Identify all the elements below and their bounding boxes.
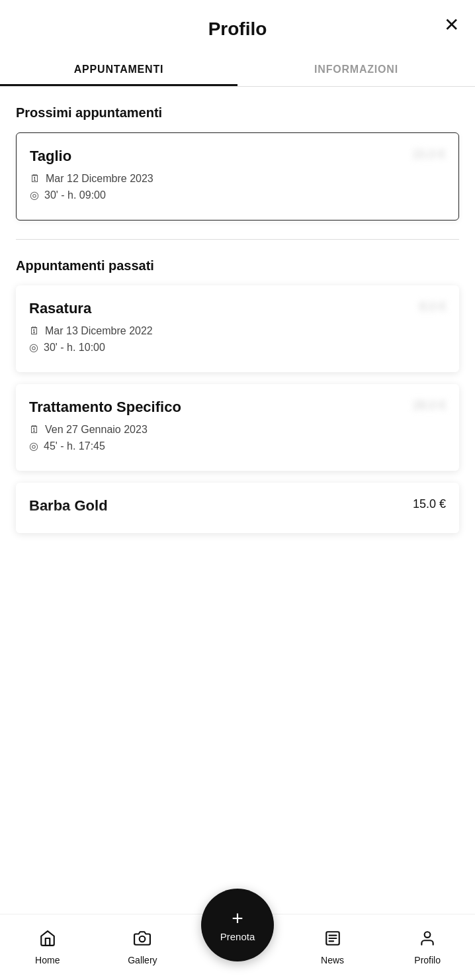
appointment-duration: 30' - h. 09:00 xyxy=(44,189,106,201)
card-header: Taglio 15.0 € xyxy=(30,148,445,165)
camera-icon xyxy=(134,930,151,952)
tab-info[interactable]: INFORMAZIONI xyxy=(238,53,475,86)
appointment-price: 15.0 € xyxy=(412,148,445,162)
page-title: Profilo xyxy=(208,19,267,40)
nav-label-home: Home xyxy=(35,955,60,965)
nav-item-gallery[interactable]: Gallery xyxy=(95,930,191,965)
nav-label-profilo: Profilo xyxy=(414,955,441,965)
upcoming-section: Prossimi appuntamenti Taglio 15.0 € 🗓 Ma… xyxy=(16,105,459,220)
past-section-title: Appuntamenti passati xyxy=(16,258,459,273)
appointment-name: Rasatura xyxy=(29,300,91,317)
person-icon xyxy=(419,930,436,952)
clock-icon: ◎ xyxy=(30,189,39,201)
calendar-icon: 🗓 xyxy=(29,325,40,337)
section-divider xyxy=(16,239,459,240)
fab-label: Prenota xyxy=(220,931,255,942)
tab-appointments[interactable]: APPUNTAMENTI xyxy=(0,53,238,86)
svg-point-0 xyxy=(140,936,146,942)
appointment-date: Mar 13 Dicembre 2022 xyxy=(45,325,153,337)
header: Profilo ✕ xyxy=(0,0,475,53)
appointment-date-row: 🗓 Mar 13 Dicembre 2022 xyxy=(29,325,446,337)
prenota-fab[interactable]: + Prenota xyxy=(201,889,274,961)
past-section: Appuntamenti passati Rasatura 8.0 € 🗓 Ma… xyxy=(16,258,459,533)
appointment-duration: 30' - h. 10:00 xyxy=(44,342,105,354)
appointment-name: Trattamento Specifico xyxy=(29,399,181,416)
upcoming-section-title: Prossimi appuntamenti xyxy=(16,105,459,121)
news-icon xyxy=(324,930,341,952)
clock-icon: ◎ xyxy=(29,341,38,354)
upcoming-appointment-card-0[interactable]: Taglio 15.0 € 🗓 Mar 12 Dicembre 2023 ◎ 3… xyxy=(16,132,459,220)
appointment-duration: 45' - h. 17:45 xyxy=(44,440,105,452)
appointment-time-row: ◎ 45' - h. 17:45 xyxy=(29,440,446,452)
partial-overlay xyxy=(16,507,459,533)
appointment-name: Taglio xyxy=(30,148,71,165)
appointment-date-row: 🗓 Mar 12 Dicembre 2023 xyxy=(30,173,445,185)
home-icon xyxy=(39,930,56,952)
card-header: Trattamento Specifico 28.0 € xyxy=(29,399,446,416)
nav-label-news: News xyxy=(321,955,344,965)
appointment-time-row: ◎ 30' - h. 09:00 xyxy=(30,189,445,201)
appointment-date-row: 🗓 Ven 27 Gennaio 2023 xyxy=(29,424,446,436)
appointment-price: 8.0 € xyxy=(419,300,446,314)
fab-plus-icon: + xyxy=(232,908,243,928)
appointment-date: Mar 12 Dicembre 2023 xyxy=(46,173,153,185)
appointment-date: Ven 27 Gennaio 2023 xyxy=(45,424,148,436)
nav-label-gallery: Gallery xyxy=(128,955,157,965)
nav-item-profilo[interactable]: Profilo xyxy=(380,930,475,965)
past-appointment-card-1[interactable]: Trattamento Specifico 28.0 € 🗓 Ven 27 Ge… xyxy=(16,384,459,471)
calendar-icon: 🗓 xyxy=(29,424,40,436)
tabs-bar: APPUNTAMENTI INFORMAZIONI xyxy=(0,53,475,87)
svg-point-5 xyxy=(425,932,431,938)
appointment-price: 28.0 € xyxy=(413,399,446,413)
past-appointment-card-2-partial[interactable]: Barba Gold 15.0 € xyxy=(16,483,459,533)
nav-item-home[interactable]: Home xyxy=(0,930,95,965)
nav-item-news[interactable]: News xyxy=(285,930,380,965)
past-appointment-card-0[interactable]: Rasatura 8.0 € 🗓 Mar 13 Dicembre 2022 ◎ … xyxy=(16,285,459,372)
clock-icon: ◎ xyxy=(29,440,38,452)
appointment-time-row: ◎ 30' - h. 10:00 xyxy=(29,341,446,354)
main-content: Prossimi appuntamenti Taglio 15.0 € 🗓 Ma… xyxy=(0,87,475,639)
card-header: Rasatura 8.0 € xyxy=(29,300,446,317)
close-button[interactable]: ✕ xyxy=(444,16,459,34)
calendar-icon: 🗓 xyxy=(30,173,40,185)
